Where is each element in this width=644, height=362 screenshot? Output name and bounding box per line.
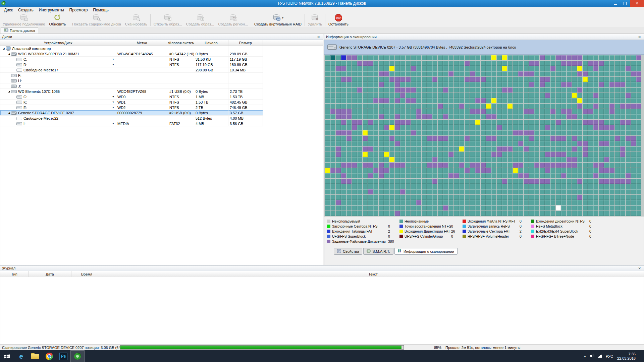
disk-row[interactable]: ◢WDC WD3200KS-00PFB0 21.00M21WD-WCAPD154… [0,51,323,57]
disk-row[interactable]: ◢Generic STORAGE DEVICE 0207000000028779… [0,110,323,116]
log-column-text[interactable]: Текст [102,271,644,277]
scan-block [604,93,609,98]
disk-row[interactable]: J: [0,83,323,89]
mount-dropdown-icon[interactable]: ▼ [112,96,116,98]
menu-view[interactable]: Просмотр [67,8,91,12]
disk-row[interactable]: F: [0,73,323,78]
open-image-button[interactable]: Открыть образ... [152,13,184,27]
legend-count: 0 [589,219,598,223]
close-icon[interactable]: ✕ [637,35,642,39]
expand-arrow-icon[interactable]: ◢ [7,90,11,93]
disk-row[interactable]: Свободное Место17298.08 GB10.34 MB [0,67,323,73]
network-icon[interactable] [598,353,602,359]
taskbar-ie-button[interactable]: e [14,350,28,362]
volume-icon[interactable] [590,353,594,359]
column-header-start[interactable]: Начало [194,40,228,46]
scan-block [438,66,443,71]
menu-help[interactable]: Помощь [90,8,111,12]
scan-block [422,184,427,189]
tab-scan-info[interactable]: Информация о сканировании [394,248,458,255]
taskbar-explorer-button[interactable] [28,350,42,362]
tab-properties[interactable]: Свойства [334,248,362,255]
delete-button[interactable]: Удалить [306,13,324,27]
scan-block [529,77,534,82]
scan-block [368,200,373,205]
scan-block [518,173,523,178]
expand-arrow-icon[interactable]: ◢ [2,47,6,50]
tab-disks-panel[interactable]: Панель дисков [1,27,38,34]
log-column-date[interactable]: Дата [29,271,71,277]
disk-row[interactable]: K:▼WD1NTFS1.53 TB482.45 GB [0,100,323,105]
mount-dropdown-icon[interactable]: ▼ [112,63,116,66]
show-desktop-button[interactable] [641,350,643,362]
close-icon[interactable]: ✕ [637,266,642,270]
size-cell: 2.73 TB [228,89,263,94]
create-virtual-raid-button[interactable]: ▾Создать виртуальный RAID [252,13,304,27]
close-icon[interactable]: ✕ [316,35,321,39]
maximize-button[interactable] [620,0,630,7]
scan-block [475,55,480,60]
hidden-icons-arrow[interactable]: ▲ [584,355,586,358]
stop-button[interactable]: STOPОстановить [326,13,351,27]
taskbar-photoshop-button[interactable]: Ps [56,350,70,362]
menu-create[interactable]: Создать [15,8,36,12]
scan-block [518,141,523,146]
disk-row[interactable]: D:▼NTFS117.19 GB180.89 GB [0,62,323,67]
taskbar-rstudio-button[interactable] [70,350,85,362]
mount-dropdown-icon[interactable]: ▼ [112,101,116,103]
scan-block [465,184,470,189]
dropdown-arrow-icon[interactable]: ▾ [282,16,283,19]
minimize-button[interactable] [610,0,620,7]
scan-block [631,98,636,103]
expand-arrow-icon[interactable]: ◢ [7,112,11,114]
scan-block [336,168,341,173]
create-region-button[interactable]: Создать регион... [216,13,250,27]
scan-block [427,152,432,157]
disk-row[interactable]: E:▼WD2NTFS2 TB746.49 GB [0,105,323,110]
scan-block [567,55,572,60]
log-column-time[interactable]: Время [71,271,102,277]
disk-row[interactable]: H: [0,78,323,83]
disk-row[interactable]: I:▼MEDIAFAT324 MB3.56 GB [0,121,323,126]
scan-block [615,120,620,125]
show-disk-content-button[interactable]: Показать содержимое диска [70,13,123,27]
scan-block [448,125,453,130]
taskbar-clock[interactable]: 7:36 22.03.2016 [617,352,636,361]
language-indicator[interactable]: РУС [606,354,613,358]
scan-block [363,200,368,205]
remote-connection-button[interactable]: Удаленное подключение [1,13,47,27]
expand-arrow-icon[interactable]: ◢ [7,53,11,55]
log-column-type[interactable]: Тип [0,271,29,277]
scan-block [427,211,432,216]
mount-dropdown-icon[interactable]: ▼ [112,122,116,125]
column-header-size[interactable]: Размер [228,40,263,46]
scan-block [524,195,529,200]
scan-block [357,141,362,146]
disk-row[interactable]: ◢Локальный компьютер [0,46,323,51]
column-header-device[interactable]: Устройство/Диск [0,40,116,46]
disk-row[interactable]: ◢WD Elements 107C 1065WCC4E2PTVZ68#1 USB… [0,89,323,94]
menu-disk[interactable]: Диск [1,8,15,12]
disk-row[interactable]: Свободное Место22512 Bytes4.00 MB [0,116,323,121]
menu-tools[interactable]: Инструменты [36,8,67,12]
column-header-label[interactable]: Метка [116,40,168,46]
taskbar-chrome-button[interactable] [42,350,56,362]
partition-icon [16,100,22,104]
scan-button[interactable]: Сканировать [123,13,149,27]
scan-block [389,104,394,109]
mount-dropdown-icon[interactable]: ▼ [112,106,116,109]
create-image-button[interactable]: Создать образ... [184,13,216,27]
refresh-button[interactable]: Обновить [47,13,68,27]
disk-row[interactable]: G:▼WD0NTFS1 MB1.53 TB [0,94,323,100]
scan-block [357,136,362,141]
tab-smart[interactable]: S.M.A.R.T. [363,248,393,255]
scan-block [368,61,373,66]
scan-block [615,163,620,168]
disk-row[interactable]: C:▼NTFS31.50 KB117.19 GB [0,57,323,62]
scan-block [330,179,335,184]
column-header-filesystem[interactable]: айловая систем [168,40,194,46]
mount-dropdown-icon[interactable]: ▼ [112,58,116,60]
close-button[interactable]: ✕ [630,0,644,7]
start-button[interactable] [0,350,14,362]
scan-block [626,168,631,173]
